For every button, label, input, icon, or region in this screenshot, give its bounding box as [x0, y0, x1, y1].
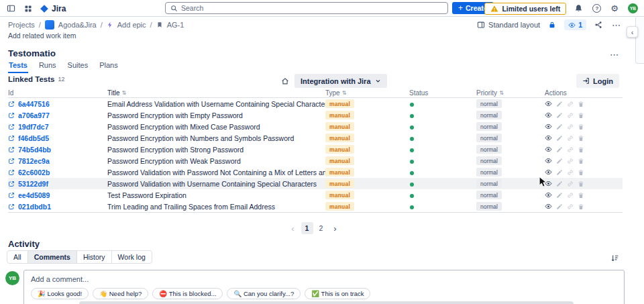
external-link-icon[interactable]	[8, 135, 15, 142]
sort-icon-type[interactable]: ⇅	[342, 90, 347, 96]
breadcrumb-project[interactable]: Agoda&Jira	[58, 21, 97, 29]
help-icon[interactable]: ?	[591, 3, 602, 14]
edit-test-icon[interactable]	[556, 101, 563, 107]
testomatio-more-icon[interactable]: ⋯	[608, 49, 620, 60]
link-test-icon[interactable]	[567, 158, 574, 164]
watch-button[interactable]: 1	[564, 19, 586, 30]
view-test-icon[interactable]	[545, 180, 552, 187]
test-id-link[interactable]: 19df7dc7	[18, 123, 49, 131]
activity-tab-comments[interactable]: Comments	[28, 251, 76, 263]
edit-test-icon[interactable]	[556, 146, 563, 153]
external-link-icon[interactable]	[8, 181, 15, 187]
lock-icon[interactable]	[547, 19, 557, 30]
view-test-icon[interactable]	[545, 157, 552, 164]
tab-runs[interactable]: Runs	[38, 61, 57, 73]
notifications-bell-icon[interactable]	[573, 3, 584, 14]
sort-order-icon[interactable]	[609, 252, 621, 264]
delete-test-icon[interactable]	[578, 112, 584, 119]
link-test-icon[interactable]	[567, 181, 574, 187]
view-test-icon[interactable]	[545, 134, 552, 142]
sort-icon-priority[interactable]: ⇅	[499, 90, 504, 96]
add-related-work-item[interactable]: Add related work item	[8, 32, 76, 40]
limited-users-button[interactable]: Limited users left	[484, 3, 566, 15]
table-row[interactable]: f46db5d5 Password Encryption with Number…	[8, 132, 623, 144]
home-icon[interactable]	[280, 76, 290, 87]
view-test-icon[interactable]	[545, 203, 552, 210]
table-row[interactable]: 021dbdb1 Trim Leading and Trailing Space…	[8, 201, 623, 212]
share-icon[interactable]	[593, 19, 604, 30]
view-test-icon[interactable]	[545, 168, 552, 176]
edit-test-icon[interactable]	[556, 123, 563, 130]
link-test-icon[interactable]	[567, 203, 574, 210]
external-link-icon[interactable]	[8, 112, 15, 119]
quick-reply-4[interactable]: ✅ This is on track	[305, 288, 370, 299]
test-id-link[interactable]: 021dbdb1	[18, 203, 51, 211]
external-link-icon[interactable]	[8, 123, 15, 130]
view-test-icon[interactable]	[545, 123, 552, 130]
activity-tab-history[interactable]: History	[76, 251, 111, 263]
link-test-icon[interactable]	[567, 101, 574, 107]
test-id-link[interactable]: f46db5d5	[18, 134, 49, 142]
col-header-type[interactable]: Type	[325, 89, 340, 97]
test-id-link[interactable]: 53122d9f	[18, 180, 48, 188]
global-search[interactable]	[165, 2, 448, 14]
standard-layout-button[interactable]: Standard layout	[477, 21, 540, 29]
table-row[interactable]: 62c6002b Password Validation with Passwo…	[8, 166, 623, 178]
delete-test-icon[interactable]	[578, 169, 584, 176]
edit-test-icon[interactable]	[556, 158, 563, 164]
quick-reply-1[interactable]: 👋 Need help?	[93, 288, 148, 299]
test-id-link[interactable]: 74b5d4bb	[18, 146, 51, 154]
test-id-link[interactable]: 6a447516	[18, 100, 50, 108]
test-id-link[interactable]: a706a977	[18, 111, 50, 119]
delete-test-icon[interactable]	[578, 135, 584, 142]
pagination-page-1[interactable]: 1	[301, 222, 313, 234]
link-test-icon[interactable]	[567, 123, 574, 130]
external-link-icon[interactable]	[8, 146, 15, 153]
link-test-icon[interactable]	[567, 146, 574, 153]
external-link-icon[interactable]	[8, 203, 15, 210]
external-link-icon[interactable]	[8, 158, 15, 164]
sort-icon-title[interactable]: ⇅	[122, 90, 127, 96]
pagination-page-2[interactable]: 2	[315, 222, 327, 234]
activity-tab-work-log[interactable]: Work log	[111, 251, 152, 263]
table-row[interactable]: ee4d5089 Test Password Expiration manual…	[8, 189, 623, 201]
test-id-link[interactable]: ee4d5089	[18, 191, 50, 199]
login-button[interactable]: Login	[576, 74, 619, 88]
table-row[interactable]: a706a977 Password Encryption with Empty …	[8, 109, 623, 121]
tab-plans[interactable]: Plans	[99, 61, 119, 73]
delete-test-icon[interactable]	[578, 181, 584, 187]
edit-test-icon[interactable]	[556, 192, 563, 199]
breadcrumb-issue-key[interactable]: AG-1	[167, 21, 184, 29]
view-test-icon[interactable]	[545, 100, 552, 107]
edit-test-icon[interactable]	[556, 169, 563, 176]
tab-tests[interactable]: Tests	[8, 61, 28, 73]
jira-logo[interactable]: Jira	[40, 4, 66, 13]
view-test-icon[interactable]	[545, 146, 552, 153]
link-test-icon[interactable]	[567, 135, 574, 142]
comment-input[interactable]: Add a comment... 🎉 Looks good!👋 Need hel…	[23, 270, 625, 304]
external-link-icon[interactable]	[8, 192, 15, 199]
edit-test-icon[interactable]	[556, 181, 563, 187]
link-test-icon[interactable]	[567, 112, 574, 119]
tab-suites[interactable]: Suites	[67, 61, 89, 73]
view-test-icon[interactable]	[545, 191, 552, 199]
pagination-prev-icon[interactable]: ‹	[287, 222, 299, 234]
link-test-icon[interactable]	[567, 169, 574, 176]
user-avatar[interactable]: YB	[627, 2, 639, 15]
edit-test-icon[interactable]	[556, 135, 563, 142]
edit-test-icon[interactable]	[556, 203, 563, 210]
table-row[interactable]: 7812ec9a Password Encryption with Weak P…	[8, 155, 623, 166]
table-row[interactable]: 53122d9f Password Validation with Userna…	[8, 178, 623, 189]
settings-gear-icon[interactable]: ⚙	[609, 3, 620, 14]
view-test-icon[interactable]	[545, 111, 552, 119]
delete-test-icon[interactable]	[578, 101, 584, 107]
col-header-id[interactable]: Id	[8, 89, 13, 97]
integration-dropdown[interactable]: Integration with Jira	[294, 74, 387, 88]
breadcrumb-projects[interactable]: Projects	[8, 21, 35, 29]
delete-test-icon[interactable]	[578, 203, 584, 210]
collapse-panel-icon[interactable]: ‹	[627, 26, 638, 38]
delete-test-icon[interactable]	[578, 158, 584, 164]
table-row[interactable]: 19df7dc7 Password Encryption with Mixed …	[8, 121, 623, 132]
test-id-link[interactable]: 7812ec9a	[18, 157, 50, 165]
edit-test-icon[interactable]	[556, 112, 563, 119]
